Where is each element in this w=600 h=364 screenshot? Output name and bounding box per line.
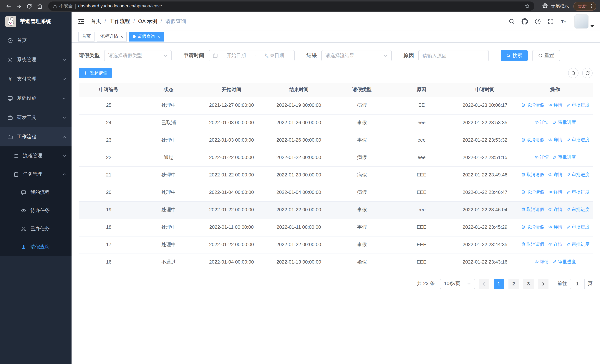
action-cancel-link[interactable]: 取消请假 [521,102,544,108]
action-detail-link[interactable]: 详情 [548,172,562,177]
result-select[interactable]: 请选择流结果 [321,50,392,61]
page-button-3[interactable]: 3 [523,279,534,289]
apply-time-range-picker[interactable]: 开始日期 - 结束日期 [209,50,295,61]
font-size-icon[interactable]: TT [560,18,567,25]
browser-back-icon[interactable] [4,1,13,11]
action-detail-link[interactable]: 详情 [534,259,549,264]
action-detail-link[interactable]: 详情 [548,224,562,230]
sidebar-item-task-mgmt[interactable]: 任务管理 [0,165,72,184]
sidebar-item-done-tasks[interactable]: 已办任务 [0,220,72,238]
action-detail-link[interactable]: 详情 [548,102,562,108]
page-size-select[interactable]: 10条/页 [440,279,475,289]
fullscreen-icon[interactable] [547,18,554,25]
edit-icon [553,120,557,125]
app-logo[interactable]: 芋道管理系统 [0,12,72,31]
toggle-search-button[interactable] [568,68,579,78]
tab-leave-query[interactable]: 请假查询 × [129,32,164,41]
browser-forward-icon[interactable] [14,1,24,11]
leave-type-select[interactable]: 请选择请假类型 [104,50,172,61]
reason-input[interactable] [418,50,489,61]
sidebar-item-home[interactable]: 首页 [0,31,72,50]
action-cancel-link[interactable]: 取消请假 [521,189,544,195]
page-button-1[interactable]: 1 [494,279,504,289]
refresh-table-button[interactable] [582,68,593,78]
trash-icon [521,103,525,107]
table-row: 20 处理中 2022-01-04 00:00:00 2022-01-04 00… [79,184,593,201]
action-cancel-link[interactable]: 取消请假 [521,224,544,230]
tab-home[interactable]: 首页 [78,32,94,41]
reset-button[interactable]: 重置 [532,50,560,61]
eye-icon [548,225,552,229]
security-warning[interactable]: 不安全 [53,3,73,9]
column-header-start-time: 开始时间 [199,83,264,97]
sidebar-item-process-mgmt[interactable]: 流程管理 [0,146,72,165]
page-button-2[interactable]: 2 [508,279,519,289]
cell-end-time: 2022-01-19 00:00:00 [264,97,333,114]
search-icon[interactable] [508,18,516,25]
address-bar[interactable]: 不安全 dashboard.yudao.iocoder.cn/bpm/oa/le… [48,1,534,11]
browser-menu-icon [589,3,594,9]
next-page-button[interactable] [538,279,548,289]
browser-home-icon[interactable] [35,1,45,11]
cell-leave-type: 病假 [333,97,391,114]
user-avatar[interactable] [574,14,594,28]
table-row: 17 处理中 2022-01-22 00:00:00 2022-01-22 00… [79,236,593,253]
action-progress-link[interactable]: 审批进度 [566,207,590,212]
close-icon[interactable]: × [158,34,160,39]
trash-icon [521,190,525,194]
cell-leave-type: 病假 [333,184,391,201]
navbar: 首页 / 工作流程 / OA 示例 / 请假查询 TT [72,12,600,31]
action-cancel-link[interactable]: 取消请假 [521,172,544,177]
sidebar-toggle-icon[interactable] [77,18,85,25]
breadcrumb-item-workflow[interactable]: 工作流程 [109,18,130,25]
cell-id: 23 [79,131,139,149]
action-cancel-link[interactable]: 取消请假 [521,137,544,142]
browser-update-button[interactable]: 更新 [573,2,596,10]
sidebar-item-leave-query[interactable]: 请假查询 [0,238,72,256]
action-detail-link[interactable]: 详情 [548,137,562,142]
breadcrumb: 首页 / 工作流程 / OA 示例 / 请假查询 [91,18,186,25]
browser-reload-icon[interactable] [24,1,34,11]
action-detail-link[interactable]: 详情 [548,189,562,195]
close-icon[interactable]: × [121,34,123,39]
cell-actions: 取消请假详情审批进度 [517,167,593,184]
action-progress-link[interactable]: 审批进度 [566,224,590,230]
breadcrumb-item-home[interactable]: 首页 [91,18,101,25]
action-progress-link[interactable]: 审批进度 [553,259,576,264]
action-progress-link[interactable]: 审批进度 [566,137,590,142]
action-detail-link[interactable]: 详情 [548,242,562,247]
active-dot [133,35,136,38]
action-cancel-link[interactable]: 取消请假 [521,242,544,247]
breadcrumb-item-oa[interactable]: OA 示例 [138,18,157,25]
bookmark-star-icon[interactable] [525,3,530,9]
help-icon[interactable] [534,18,542,25]
sidebar-item-system[interactable]: 系统管理 [0,50,72,69]
action-progress-link[interactable]: 审批进度 [566,102,590,108]
url-text[interactable]: dashboard.yudao.iocoder.cn/bpm/oa/leave [78,3,522,9]
sidebar-item-payment[interactable]: ¥ 支付管理 [0,69,72,89]
cell-leave-type: 事假 [333,201,391,219]
action-progress-link[interactable]: 审批进度 [566,189,590,195]
create-leave-button[interactable]: 发起请假 [79,68,112,78]
sidebar-item-todo-tasks[interactable]: 待办任务 [0,202,72,220]
action-progress-link[interactable]: 审批进度 [553,154,576,160]
sidebar-item-workflow[interactable]: 工作流程 [0,127,72,146]
trash-icon [521,242,525,246]
action-cancel-link[interactable]: 取消请假 [521,207,544,212]
sidebar-item-devtools[interactable]: 研发工具 [0,108,72,127]
action-detail-link[interactable]: 详情 [534,120,549,125]
sidebar-item-infra[interactable]: 基础设施 [0,89,72,108]
dashboard-icon [7,38,13,43]
action-progress-link[interactable]: 审批进度 [553,120,576,125]
action-detail-link[interactable]: 详情 [534,154,549,160]
search-button[interactable]: 搜索 [501,50,528,61]
goto-page-input[interactable] [570,279,585,289]
tab-process-detail[interactable]: 流程详情 × [97,32,127,41]
cell-end-time: 2022-01-22 00:00:00 [264,201,333,219]
action-detail-link[interactable]: 详情 [548,207,562,212]
action-progress-link[interactable]: 审批进度 [566,172,590,177]
prev-page-button[interactable] [479,279,489,289]
sidebar-item-my-process[interactable]: 我的流程 [0,184,72,202]
action-progress-link[interactable]: 审批进度 [566,242,590,247]
github-icon[interactable] [521,18,528,25]
